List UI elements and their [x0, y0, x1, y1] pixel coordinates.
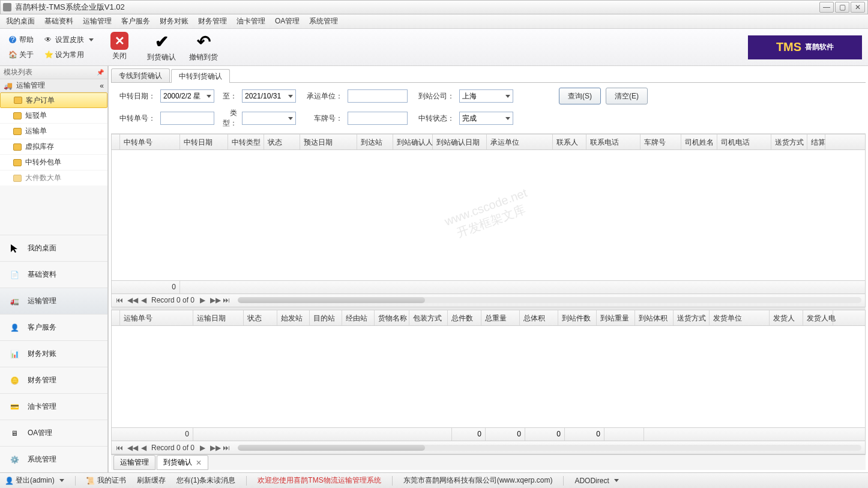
nav-prev-button[interactable]: ◀ — [139, 296, 148, 304]
col-transfer-no[interactable]: 中转单号 — [120, 134, 180, 149]
col-transfer-type[interactable]: 中转类型 — [228, 134, 264, 149]
clear-button[interactable]: 清空(E) — [606, 88, 648, 104]
nav2-prev-page-button[interactable]: ◀◀ — [127, 444, 136, 452]
nav-basic-data[interactable]: 📄基础资料 — [0, 261, 107, 288]
company-link[interactable]: 东莞市喜鹊网络科技有限公司(www.xqerp.com) — [403, 475, 553, 486]
transfer-status-select[interactable]: 完成 — [459, 112, 513, 125]
col2-total-volume[interactable]: 总体积 — [520, 310, 558, 325]
menu-finance-mgmt[interactable]: 财务管理 — [198, 16, 227, 26]
maximize-button[interactable]: ▢ — [835, 2, 849, 13]
col2-shipper-phone[interactable]: 发货人电 — [803, 310, 833, 325]
col2-total-pcs[interactable]: 总件数 — [448, 310, 481, 325]
col2-transport-date[interactable]: 运输日期 — [193, 310, 244, 325]
col2-shipper[interactable]: 发货单位 — [710, 310, 770, 325]
nav2-next-page-button[interactable]: ▶▶ — [210, 444, 219, 452]
col-settle[interactable]: 结算 — [807, 134, 825, 149]
nav-fuel-card[interactable]: 💳油卡管理 — [0, 393, 107, 420]
nav-system[interactable]: ⚙️系统管理 — [0, 446, 107, 472]
arrival-company-select[interactable]: 上海 — [459, 89, 513, 103]
menu-finance-recon[interactable]: 财务对账 — [160, 16, 188, 26]
refresh-cache-button[interactable]: 刷新缓存 — [137, 475, 166, 486]
tab-transfer-arrival[interactable]: 中转到货确认 — [171, 69, 230, 83]
nav2-prev-button[interactable]: ◀ — [139, 444, 148, 452]
h-scrollbar[interactable] — [238, 297, 861, 303]
col2-status[interactable]: 状态 — [244, 310, 277, 325]
revoke-arrival-button[interactable]: ↶ 撤销到货 — [187, 32, 220, 62]
sidebar-group-transport[interactable]: 🚚运输管理 « — [0, 79, 107, 92]
col-confirm-date[interactable]: 到站确认日期 — [433, 134, 487, 149]
col-confirm-person[interactable]: 到站确认人 — [393, 134, 433, 149]
nav-oa[interactable]: 🖥OA管理 — [0, 420, 107, 446]
nav2-next-button[interactable]: ▶ — [198, 444, 206, 452]
col-arrive-station[interactable]: 到达站 — [357, 134, 393, 149]
col-transfer-date[interactable]: 中转日期 — [180, 134, 228, 149]
tree-item-transport-order[interactable]: 运输单 — [0, 124, 107, 139]
col-eta[interactable]: 预达日期 — [300, 134, 357, 149]
col2-arrive-volume[interactable]: 到站体积 — [635, 310, 674, 325]
tree-item-shortbarge[interactable]: 短驳单 — [0, 108, 107, 124]
pin-icon[interactable]: 📌 — [97, 69, 104, 76]
col2-transport-no[interactable]: 运输单号 — [120, 310, 193, 325]
col-driver-name[interactable]: 司机姓名 — [681, 134, 717, 149]
query-button[interactable]: 查询(S) — [559, 88, 601, 104]
set-default-button[interactable]: ⭐设为常用 — [42, 49, 86, 61]
nav2-first-button[interactable]: ⏮ — [115, 444, 124, 452]
menu-oa[interactable]: OA管理 — [275, 16, 300, 26]
col2-packing[interactable]: 包装方式 — [409, 310, 448, 325]
close-window-button[interactable]: ✕ — [851, 2, 865, 13]
col2-dest[interactable]: 目的站 — [310, 310, 342, 325]
menu-basic-data[interactable]: 基础资料 — [44, 16, 73, 26]
nav2-last-button[interactable]: ⏭ — [222, 444, 231, 452]
col2-delivery-mode[interactable]: 送货方式 — [674, 310, 710, 325]
bottom-tab-transport[interactable]: 运输管理 — [113, 455, 155, 470]
nav-my-desktop[interactable]: 我的桌面 — [0, 235, 107, 261]
col-status[interactable]: 状态 — [264, 134, 300, 149]
minimize-button[interactable]: — — [819, 2, 834, 13]
menu-transport[interactable]: 运输管理 — [83, 16, 112, 26]
nav-next-button[interactable]: ▶ — [198, 296, 206, 304]
col2-origin[interactable]: 始发站 — [277, 310, 310, 325]
tree-item-customer-order[interactable]: 客户订单 — [0, 92, 107, 108]
plate-input[interactable] — [348, 112, 408, 125]
type-select[interactable] — [242, 112, 296, 125]
menu-system[interactable]: 系统管理 — [309, 16, 338, 26]
help-button[interactable]: ?帮助 — [6, 34, 36, 46]
bottom-tab-arrival-confirm[interactable]: 到货确认✕ — [157, 455, 208, 470]
col2-total-weight[interactable]: 总重量 — [481, 310, 520, 325]
menu-customer-service[interactable]: 客户服务 — [121, 16, 150, 26]
date-to-picker[interactable]: 2021/10/31 — [242, 89, 296, 103]
col-driver-phone[interactable]: 司机电话 — [717, 134, 771, 149]
date-from-picker[interactable]: 2000/2/2 星 — [160, 89, 214, 103]
db-mode[interactable]: ADODirect — [574, 477, 618, 485]
nav-transport[interactable]: 🚛运输管理 — [0, 288, 107, 314]
about-button[interactable]: 🏠关于 — [6, 49, 36, 61]
col2-arrive-weight[interactable]: 到站重量 — [597, 310, 635, 325]
col-contact-phone[interactable]: 联系电话 — [586, 134, 640, 149]
transfer-no-input[interactable] — [160, 112, 214, 125]
col-contact[interactable]: 联系人 — [553, 134, 586, 149]
tree-item-virtual-stock[interactable]: 虚拟库存 — [0, 139, 107, 155]
carrier-input[interactable] — [348, 89, 408, 103]
nav-customer-service[interactable]: 👤客户服务 — [0, 314, 107, 340]
nav-finance-recon[interactable]: 📊财务对账 — [0, 340, 107, 367]
col2-via[interactable]: 经由站 — [342, 310, 375, 325]
transfer-grid-body[interactable]: www.cscode.net 开发框架文库 — [112, 150, 865, 280]
nav-next-page-button[interactable]: ▶▶ — [210, 296, 219, 304]
nav-last-button[interactable]: ⏭ — [222, 296, 231, 304]
tree-item-large-count[interactable]: 大件数大单 — [0, 170, 107, 186]
menu-fuel-card[interactable]: 油卡管理 — [237, 16, 265, 26]
close-button[interactable]: ✕ 关闭 — [103, 32, 136, 62]
col2-arrive-pcs[interactable]: 到站件数 — [558, 310, 597, 325]
h-scrollbar-2[interactable] — [238, 445, 861, 451]
nav-first-button[interactable]: ⏮ — [115, 296, 124, 304]
close-tab-icon[interactable]: ✕ — [196, 459, 202, 467]
nav-finance-mgmt[interactable]: 🪙财务管理 — [0, 367, 107, 393]
col2-shipper-person[interactable]: 发货人 — [770, 310, 803, 325]
skin-button[interactable]: 👁设置皮肤 — [42, 34, 96, 46]
my-cert-button[interactable]: 📜我的证书 — [86, 475, 126, 486]
logout-button[interactable]: 👤登出(admin) — [5, 475, 64, 486]
col2-goods[interactable]: 货物名称 — [375, 310, 409, 325]
menu-bar[interactable]: 我的桌面 基础资料 运输管理 客户服务 财务对账 财务管理 油卡管理 OA管理 … — [0, 14, 868, 29]
col-delivery-mode[interactable]: 送货方式 — [771, 134, 807, 149]
confirm-arrival-button[interactable]: ✔ 到货确认 — [145, 32, 178, 62]
